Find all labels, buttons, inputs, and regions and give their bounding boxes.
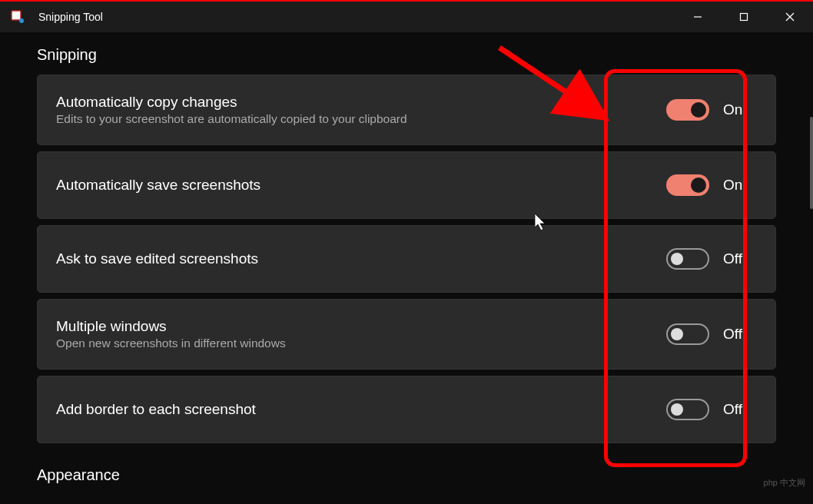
- setting-title: Multiple windows: [56, 318, 286, 335]
- svg-rect-4: [741, 14, 748, 21]
- toggle-add-border[interactable]: [666, 399, 709, 420]
- setting-desc: Open new screenshots in different window…: [56, 337, 286, 350]
- window-title: Snipping Tool: [38, 11, 103, 23]
- setting-title: Ask to save edited screenshots: [56, 250, 258, 267]
- toggle-state: Off: [723, 401, 754, 418]
- setting-row-copy-changes[interactable]: Automatically copy changes Edits to your…: [37, 75, 776, 145]
- setting-row-add-border[interactable]: Add border to each screenshot Off: [37, 376, 776, 443]
- setting-row-multiple-windows[interactable]: Multiple windows Open new screenshots in…: [37, 299, 776, 370]
- toggle-state: Off: [723, 326, 754, 343]
- toggle-copy-changes[interactable]: [666, 99, 709, 121]
- close-button[interactable]: [767, 2, 813, 32]
- toggle-auto-save[interactable]: [666, 174, 709, 196]
- titlebar: Snipping Tool: [0, 2, 813, 32]
- svg-rect-0: [12, 11, 21, 20]
- setting-row-auto-save[interactable]: Automatically save screenshots On: [37, 151, 776, 219]
- app-icon: [11, 10, 25, 24]
- setting-row-ask-save[interactable]: Ask to save edited screenshots Off: [37, 225, 776, 293]
- toggle-multiple-windows[interactable]: [666, 323, 709, 345]
- scrollbar[interactable]: [810, 117, 813, 209]
- content-area: Snipping Automatically copy changes Edit…: [0, 32, 813, 504]
- toggle-state: On: [723, 177, 754, 194]
- setting-title: Add border to each screenshot: [56, 401, 256, 418]
- setting-title: Automatically save screenshots: [56, 177, 260, 194]
- watermark: php 中文网: [764, 477, 805, 489]
- setting-desc: Edits to your screenshot are automatical…: [56, 112, 407, 126]
- window-controls: [675, 2, 813, 32]
- section-title-appearance: Appearance: [37, 466, 776, 484]
- setting-title: Automatically copy changes: [56, 94, 407, 111]
- toggle-ask-save[interactable]: [666, 248, 709, 270]
- section-title-snipping: Snipping: [37, 46, 776, 64]
- toggle-state: On: [723, 101, 754, 118]
- minimize-button[interactable]: [675, 2, 721, 32]
- maximize-button[interactable]: [721, 2, 767, 32]
- toggle-state: Off: [723, 250, 754, 267]
